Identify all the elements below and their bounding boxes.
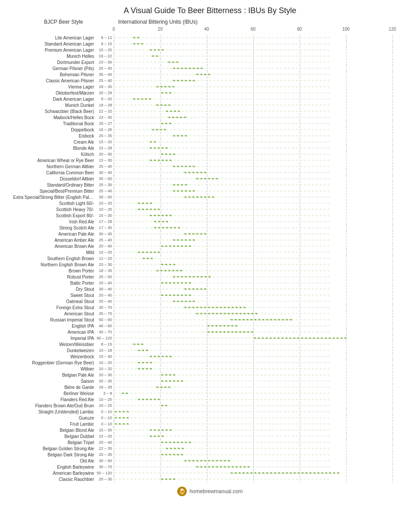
- beer-chart: ❧❧❧❧❧❧❧❧❧❧❧❧❧❧❧❧❧❧❧❧❧❧❧❧❧❧❧❧❧❧❧❧❧❧❧❧❧❧❧❧…: [114, 421, 416, 427]
- beer-label: Premium American Lager: [13, 48, 94, 53]
- beer-label: Belgian Pale Ale: [13, 373, 94, 378]
- beer-range: 10 – 25: [94, 250, 114, 254]
- beer-label: Belgian Dubbel: [13, 434, 94, 439]
- beer-range: 12 – 20: [94, 256, 114, 261]
- beer-chart: ❧❧❧❧❧❧❧❧❧❧❧❧❧❧❧❧❧❧❧❧❧❧❧❧❧❧❧❧❧❧❧❧❧❧❧❧❧❧❧❧…: [114, 274, 416, 280]
- beer-range: 0 – 10: [94, 410, 114, 414]
- beer-range: 20 – 35: [94, 379, 114, 383]
- beer-label: Blonde Ale: [13, 146, 94, 151]
- beer-range: 20 – 30: [94, 152, 114, 156]
- beer-label: Dortmunder Export: [13, 60, 94, 65]
- table-row: Dunkelweizen10 – 18❧❧❧❧❧❧❧❧❧❧❧❧❧❧❧❧❧❧❧❧❧…: [4, 347, 416, 353]
- beer-chart: ❧❧❧❧❧❧❧❧❧❧❧❧❧❧❧❧❧❧❧❧❧❧❧❧❧❧❧❧❧❧❧❧❧❧❧❧❧❧❧❧…: [114, 157, 416, 163]
- beer-range: 25 – 40: [94, 78, 114, 83]
- page-title: A Visual Guide To Beer Bitterness : IBUs…: [0, 0, 420, 19]
- beer-label: Bière de Garde: [13, 385, 94, 390]
- beer-range: 50 – 120: [94, 471, 114, 475]
- beer-range: 20 – 30: [94, 373, 114, 377]
- beer-range: 35 – 50: [94, 177, 114, 181]
- beer-label: Lite American Lager: [13, 35, 94, 40]
- beer-range: 30 – 60: [94, 459, 114, 463]
- beer-label: Schwarzbier (Black Beer): [13, 109, 94, 114]
- beer-chart: ❧❧❧❧❧❧❧❧❧❧❧❧❧❧❧❧❧❧❧❧❧❧❧❧❧❧❧❧❧❧❧❧❧❧❧❧❧❧❧❧…: [114, 280, 416, 286]
- beer-range: 25 – 50: [94, 275, 114, 279]
- beer-label: American Wheat or Rye Beer: [13, 158, 94, 163]
- table-row: Blonde Ale15 – 28❧❧❧❧❧❧❧❧❧❧❧❧❧❧❧❧❧❧❧❧❧❧❧…: [4, 145, 416, 151]
- beer-range: 10 – 20: [94, 360, 114, 365]
- beer-label: Vienna Lager: [13, 85, 94, 89]
- beer-chart: ❧❧❧❧❧❧❧❧❧❧❧❧❧❧❧❧❧❧❧❧❧❧❧❧❧❧❧❧❧❧❧❧❧❧❧❧❧❧❧❧…: [114, 102, 416, 108]
- beer-chart: ❧❧❧❧❧❧❧❧❧❧❧❧❧❧❧❧❧❧❧❧❧❧❧❧❧❧❧❧❧❧❧❧❧❧❧❧❧❧❧❧…: [114, 304, 416, 311]
- beer-label: Bohemian Pilsner: [13, 72, 94, 77]
- beer-range: 50 – 90: [94, 318, 114, 322]
- beer-chart: ❧❧❧❧❧❧❧❧❧❧❧❧❧❧❧❧❧❧❧❧❧❧❧❧❧❧❧❧❧❧❧❧❧❧❧❧❧❧❧❧…: [114, 59, 416, 65]
- beer-chart: ❧❧❧❧❧❧❧❧❧❧❧❧❧❧❧❧❧❧❧❧❧❧❧❧❧❧❧❧❧❧❧❧❧❧❧❧❧❧❧❧…: [114, 409, 416, 415]
- beer-chart: ❧❧❧❧❧❧❧❧❧❧❧❧❧❧❧❧❧❧❧❧❧❧❧❧❧❧❧❧❧❧❧❧❧❧❧❧❧❧❧❧…: [114, 127, 416, 133]
- table-row: Lite American Lager8 – 12❧❧❧❧❧❧❧❧❧❧❧❧❧❧❧…: [4, 35, 416, 41]
- beer-chart: ❧❧❧❧❧❧❧❧❧❧❧❧❧❧❧❧❧❧❧❧❧❧❧❧❧❧❧❧❧❧❧❧❧❧❧❧❧❧❧❧…: [114, 182, 416, 188]
- beer-label: Southern English Brown: [13, 256, 94, 261]
- beer-chart: ❧❧❧❧❧❧❧❧❧❧❧❧❧❧❧❧❧❧❧❧❧❧❧❧❧❧❧❧❧❧❧❧❧❧❧❧❧❧❧❧…: [114, 53, 416, 59]
- beer-chart: ❧❧❧❧❧❧❧❧❧❧❧❧❧❧❧❧❧❧❧❧❧❧❧❧❧❧❧❧❧❧❧❧❧❧❧❧❧❧❧❧…: [114, 243, 416, 249]
- table-row: Robust Porter25 – 50❧❧❧❧❧❧❧❧❧❧❧❧❧❧❧❧❧❧❧❧…: [4, 274, 416, 280]
- beer-label: Weizen/Weissbier: [13, 342, 94, 347]
- table-row: Bière de Garde18 – 28❧❧❧❧❧❧❧❧❧❧❧❧❧❧❧❧❧❧❧…: [4, 384, 416, 390]
- beer-chart: ❧❧❧❧❧❧❧❧❧❧❧❧❧❧❧❧❧❧❧❧❧❧❧❧❧❧❧❧❧❧❧❧❧❧❧❧❧❧❧❧…: [114, 439, 416, 445]
- table-row: Extra Special/Strong Bitter (English Pal…: [4, 194, 416, 200]
- beer-chart: ❧❧❧❧❧❧❧❧❧❧❧❧❧❧❧❧❧❧❧❧❧❧❧❧❧❧❧❧❧❧❧❧❧❧❧❧❧❧❧❧…: [114, 476, 416, 482]
- table-row: Dry Stout30 – 45❧❧❧❧❧❧❧❧❧❧❧❧❧❧❧❧❧❧❧❧❧❧❧❧…: [4, 286, 416, 292]
- beer-range: 8 – 15: [94, 342, 114, 346]
- beer-chart: ❧❧❧❧❧❧❧❧❧❧❧❧❧❧❧❧❧❧❧❧❧❧❧❧❧❧❧❧❧❧❧❧❧❧❧❧❧❧❧❧…: [114, 96, 416, 102]
- footer-icon: 🍺: [177, 487, 187, 496]
- beer-chart: ❧❧❧❧❧❧❧❧❧❧❧❧❧❧❧❧❧❧❧❧❧❧❧❧❧❧❧❧❧❧❧❧❧❧❧❧❧❧❧❧…: [114, 84, 416, 90]
- beer-chart: ❧❧❧❧❧❧❧❧❧❧❧❧❧❧❧❧❧❧❧❧❧❧❧❧❧❧❧❧❧❧❧❧❧❧❧❧❧❧❧❧…: [114, 145, 416, 151]
- beer-chart: ❧❧❧❧❧❧❧❧❧❧❧❧❧❧❧❧❧❧❧❧❧❧❧❧❧❧❧❧❧❧❧❧❧❧❧❧❧❧❧❧…: [114, 329, 416, 335]
- beer-range: 20 – 40: [94, 244, 114, 248]
- beer-label: Düsseldorf Altbier: [13, 177, 94, 181]
- beer-chart: ❧❧❧❧❧❧❧❧❧❧❧❧❧❧❧❧❧❧❧❧❧❧❧❧❧❧❧❧❧❧❧❧❧❧❧❧❧❧❧❧…: [114, 47, 416, 53]
- beer-chart: ❧❧❧❧❧❧❧❧❧❧❧❧❧❧❧❧❧❧❧❧❧❧❧❧❧❧❧❧❧❧❧❧❧❧❧❧❧❧❧❧…: [114, 298, 416, 304]
- table-row: Vienna Lager18 – 30❧❧❧❧❧❧❧❧❧❧❧❧❧❧❧❧❧❧❧❧❧…: [4, 84, 416, 90]
- beer-range: 17 – 35: [94, 226, 114, 230]
- beer-label: Robust Porter: [13, 275, 94, 279]
- beer-chart: ❧❧❧❧❧❧❧❧❧❧❧❧❧❧❧❧❧❧❧❧❧❧❧❧❧❧❧❧❧❧❧❧❧❧❧❧❧❧❧❧…: [114, 402, 416, 409]
- table-row: Old Ale30 – 60❧❧❧❧❧❧❧❧❧❧❧❧❧❧❧❧❧❧❧❧❧❧❧❧❧❧…: [4, 458, 416, 464]
- beer-chart: ❧❧❧❧❧❧❧❧❧❧❧❧❧❧❧❧❧❧❧❧❧❧❧❧❧❧❧❧❧❧❧❧❧❧❧❧❧❧❧❧…: [114, 133, 416, 139]
- table-row: Flanders Brown Ale/Oud Bruin20 – 25❧❧❧❧❧…: [4, 402, 416, 409]
- beer-chart: ❧❧❧❧❧❧❧❧❧❧❧❧❧❧❧❧❧❧❧❧❧❧❧❧❧❧❧❧❧❧❧❧❧❧❧❧❧❧❧❧…: [114, 200, 416, 206]
- beer-label: Imperial IPA: [13, 336, 94, 341]
- beer-label: Witbier: [13, 367, 94, 371]
- beer-label: Eisbock: [13, 134, 94, 138]
- beer-chart: ❧❧❧❧❧❧❧❧❧❧❧❧❧❧❧❧❧❧❧❧❧❧❧❧❧❧❧❧❧❧❧❧❧❧❧❧❧❧❧❧…: [114, 292, 416, 298]
- beer-range: 20 – 40: [94, 281, 114, 285]
- table-row: Belgian Dark Strong Ale20 – 35❧❧❧❧❧❧❧❧❧❧…: [4, 452, 416, 458]
- beer-range: 10 – 20: [94, 367, 114, 371]
- beer-chart: ❧❧❧❧❧❧❧❧❧❧❧❧❧❧❧❧❧❧❧❧❧❧❧❧❧❧❧❧❧❧❧❧❧❧❧❧❧❧❧❧…: [114, 194, 416, 200]
- beer-range: 40 – 70: [94, 330, 114, 334]
- beer-range: 23 – 30: [94, 60, 114, 64]
- table-row: Saison20 – 35❧❧❧❧❧❧❧❧❧❧❧❧❧❧❧❧❧❧❧❧❧❧❧❧❧❧❧…: [4, 378, 416, 384]
- ibu-header: International Bittering Units (IBUs): [114, 19, 197, 25]
- beer-range: 16 – 26: [94, 127, 114, 132]
- beer-range: 8 – 12: [94, 35, 114, 40]
- beer-chart: ❧❧❧❧❧❧❧❧❧❧❧❧❧❧❧❧❧❧❧❧❧❧❧❧❧❧❧❧❧❧❧❧❧❧❧❧❧❧❧❧…: [114, 360, 416, 366]
- beer-range: 18 – 35: [94, 268, 114, 273]
- table-row: English Barleywine35 – 70❧❧❧❧❧❧❧❧❧❧❧❧❧❧❧…: [4, 464, 416, 470]
- table-row: Flanders Red Ale10 – 25❧❧❧❧❧❧❧❧❧❧❧❧❧❧❧❧❧…: [4, 396, 416, 402]
- beer-label: American IPA: [13, 330, 94, 335]
- beer-label: Dark American Lager: [13, 97, 94, 102]
- beer-label: American Amber Ale: [13, 238, 94, 243]
- beer-range: 22 – 35: [94, 446, 114, 451]
- beer-range: 0 – 10: [94, 416, 114, 420]
- beer-label: Oktoberfest/Märzen: [13, 91, 94, 95]
- beer-chart: ❧❧❧❧❧❧❧❧❧❧❧❧❧❧❧❧❧❧❧❧❧❧❧❧❧❧❧❧❧❧❧❧❧❧❧❧❧❧❧❧…: [114, 206, 416, 212]
- table-row: Scottish Export 80/-15 – 30❧❧❧❧❧❧❧❧❧❧❧❧❧…: [4, 212, 416, 219]
- table-row: Scottish Heavy 70/-10 – 25❧❧❧❧❧❧❧❧❧❧❧❧❧❧…: [4, 206, 416, 212]
- axis-row: 020406080100120: [4, 27, 416, 34]
- table-row: American Amber Ale25 – 40❧❧❧❧❧❧❧❧❧❧❧❧❧❧❧…: [4, 237, 416, 243]
- beer-chart: ❧❧❧❧❧❧❧❧❧❧❧❧❧❧❧❧❧❧❧❧❧❧❧❧❧❧❧❧❧❧❧❧❧❧❧❧❧❧❧❧…: [114, 120, 416, 127]
- beer-label: Saison: [13, 379, 94, 384]
- beer-chart: ❧❧❧❧❧❧❧❧❧❧❧❧❧❧❧❧❧❧❧❧❧❧❧❧❧❧❧❧❧❧❧❧❧❧❧❧❧❧❧❧…: [114, 341, 416, 347]
- beer-range: 25 – 45: [94, 66, 114, 71]
- table-row: Baltic Porter20 – 40❧❧❧❧❧❧❧❧❧❧❧❧❧❧❧❧❧❧❧❧…: [4, 280, 416, 286]
